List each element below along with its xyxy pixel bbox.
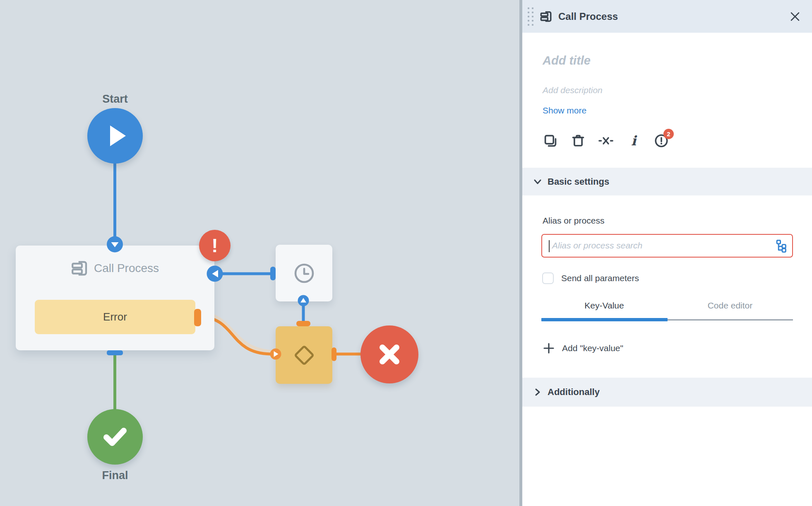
send-all-parameters-checkbox[interactable] bbox=[542, 272, 554, 284]
add-key-value-label: Add "key-value" bbox=[562, 343, 623, 353]
process-canvas[interactable]: Start Call Process Error ! bbox=[0, 0, 519, 506]
tab-code-editor[interactable]: Code editor bbox=[667, 299, 793, 313]
close-icon[interactable] bbox=[790, 11, 800, 22]
copy-button[interactable] bbox=[543, 133, 558, 149]
trash-icon bbox=[571, 134, 585, 148]
additionally-section-header[interactable]: Additionally bbox=[522, 378, 812, 407]
title-field[interactable]: Add title bbox=[543, 54, 591, 67]
cut-icon bbox=[598, 134, 613, 148]
alerts-button[interactable]: 2 bbox=[654, 133, 669, 149]
error-output-handle[interactable] bbox=[194, 309, 201, 326]
text-caret bbox=[549, 240, 550, 252]
info-button[interactable]: i bbox=[626, 133, 641, 149]
basic-settings-section-header[interactable]: Basic settings bbox=[522, 168, 812, 195]
condition-output-handle[interactable] bbox=[332, 347, 336, 361]
tab-divider-line bbox=[668, 319, 793, 320]
description-field[interactable]: Add description bbox=[543, 85, 603, 95]
process-tree-icon[interactable] bbox=[774, 240, 787, 253]
info-icon: i bbox=[631, 133, 636, 149]
send-all-parameters-row: Send all parameters bbox=[542, 272, 639, 284]
node-toolbar: i 2 bbox=[543, 133, 669, 149]
node-settings-panel: Call Process Add title Add description S… bbox=[522, 0, 812, 506]
basic-settings-label: Basic settings bbox=[548, 176, 609, 187]
panel-resize-divider[interactable] bbox=[519, 0, 522, 506]
callprocess-output-port[interactable] bbox=[107, 350, 123, 355]
delete-button[interactable] bbox=[571, 133, 586, 149]
panel-header: Call Process bbox=[522, 0, 812, 33]
cut-button[interactable] bbox=[598, 133, 613, 149]
delay-input-handle[interactable] bbox=[270, 267, 276, 280]
alias-or-process-label: Alias or process bbox=[543, 216, 604, 226]
alias-search-placeholder: Alias or process search bbox=[552, 241, 642, 251]
call-process-icon bbox=[540, 10, 553, 23]
plus-icon bbox=[543, 342, 555, 354]
app-window: Start Call Process Error ! bbox=[0, 0, 812, 506]
add-key-value-button[interactable]: Add "key-value" bbox=[543, 342, 623, 354]
drag-handle-icon[interactable] bbox=[528, 7, 533, 26]
condition-top-handle[interactable] bbox=[296, 321, 310, 326]
panel-title: Call Process bbox=[558, 11, 618, 22]
chevron-right-icon bbox=[533, 388, 542, 397]
additionally-label: Additionally bbox=[548, 387, 600, 398]
show-more-link[interactable]: Show more bbox=[543, 106, 586, 116]
parameters-tabs: Key-Value Code editor bbox=[541, 299, 793, 313]
send-all-parameters-label: Send all parameters bbox=[561, 273, 639, 283]
alias-search-input[interactable]: Alias or process search bbox=[541, 234, 793, 258]
copy-icon bbox=[543, 134, 557, 148]
active-tab-indicator bbox=[541, 318, 668, 321]
alerts-count-badge: 2 bbox=[663, 129, 674, 139]
connection-ports bbox=[0, 0, 519, 506]
chevron-down-icon bbox=[533, 177, 542, 186]
tab-key-value[interactable]: Key-Value bbox=[541, 299, 667, 313]
